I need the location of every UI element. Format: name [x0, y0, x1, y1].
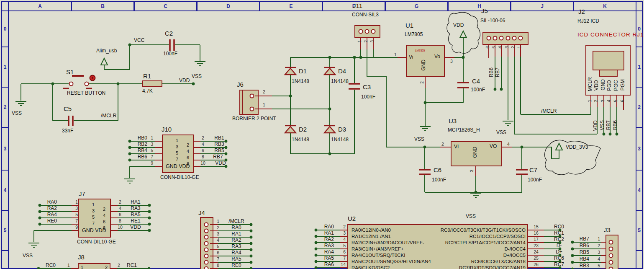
j7-ref: J7 — [79, 191, 85, 197]
u2-net: RA3 — [309, 243, 334, 248]
j10-pin: 4 — [200, 142, 206, 147]
j7-inner-pin: 5 — [92, 215, 95, 220]
j4-pin: 4 — [213, 238, 219, 243]
u2-pin-name: RA2/C2IN+/AN2/DACOUT/VREF- — [352, 240, 424, 245]
j7-net: RA2 — [41, 206, 57, 211]
u1-pin-num: 2 — [420, 81, 424, 84]
j11-value: CONN-SIL3 — [352, 12, 379, 18]
j4-net: /MCLR — [224, 219, 249, 224]
j3-pin: 3 — [594, 250, 600, 255]
j4-net: RA2 — [224, 238, 249, 243]
c7-ref: C7 — [529, 167, 537, 173]
j2-pin-num: 5 — [613, 100, 618, 102]
j4-pin: 3 — [213, 232, 219, 236]
j2-pin-name: MCLR — [588, 77, 593, 91]
u2-pin-num: 16 — [530, 231, 542, 235]
c5-value: 33nF — [62, 128, 73, 134]
u2-pin-name: RC1/IOCC1/CCP2/SOSCI — [422, 234, 526, 239]
j10-pin: 3 — [148, 142, 153, 147]
j6-pin: 2 — [263, 90, 265, 94]
d3-ref: D3 — [338, 126, 346, 133]
j7-pin: 10 — [117, 225, 123, 230]
d3-value: 1N4148 — [331, 137, 349, 142]
j7-pin: 7 — [73, 219, 78, 223]
u2-net: RA6 — [309, 262, 334, 267]
j5-value: SIL-100-06 — [480, 18, 505, 23]
net-label-mclr: /MCLR — [541, 109, 557, 114]
j11-pin: 3 — [370, 40, 375, 43]
j4-pin: 6 — [213, 251, 219, 255]
j7-inner-pin: 4 — [103, 213, 105, 218]
u2-pin-name: RC2/CTPLS/P1A/CCP1/IOCC2/AN14 — [422, 240, 526, 245]
j10-net: RB7 — [209, 154, 227, 160]
u2-net: RA1 — [309, 230, 334, 236]
c6-ref: C6 — [434, 167, 441, 173]
j5-pin: 1 — [517, 46, 522, 49]
c4-value: 100nF — [471, 87, 485, 93]
push-button-actuator[interactable] — [89, 74, 96, 82]
u2-pin-num: 7 — [335, 256, 346, 261]
j8-pin: 2 — [118, 263, 120, 268]
j7-net: RE1 — [127, 218, 144, 224]
u2-pin-num: 2 — [335, 225, 346, 229]
j7-inner-pin: 2 — [103, 207, 105, 212]
j10-inner-gnd-vdd: GND VDD — [166, 164, 190, 169]
u2-pin-name: RC7/RX/DT/SDO/IOCC7/AN19 — [422, 265, 526, 269]
j2-pin-name: PGC — [613, 80, 619, 91]
j7-pin: 2 — [117, 200, 123, 204]
u2-net: RC0 — [548, 224, 570, 230]
j4-net: RE0 — [224, 263, 249, 268]
j7-inner-pin: 7 — [92, 221, 95, 226]
c3-value: 100nF — [361, 94, 375, 100]
r1-value: 4.7K — [142, 88, 153, 94]
u1-pin-num: 1 — [394, 52, 397, 57]
j10-pin: 6 — [200, 148, 206, 153]
j8-inner-pin: 1 — [81, 265, 83, 269]
u2-net: RA0 — [309, 224, 334, 230]
c2-value: 100nF — [163, 51, 177, 57]
j3-net: RB6 — [576, 243, 589, 248]
j10-pin: 2 — [200, 136, 206, 140]
j5-ref: J5 — [481, 8, 488, 14]
j3-ref: J3 — [604, 227, 611, 233]
u2-net: RC1 — [548, 230, 570, 236]
d2-value: 1N4148 — [292, 137, 309, 142]
j2-pin-num: 4 — [607, 100, 611, 102]
u3-pin-num: 3 — [470, 170, 474, 172]
j10-net: RB4 — [131, 148, 147, 153]
j10-net: RB1 — [210, 135, 228, 141]
j5-pin: 4 — [498, 46, 503, 49]
u2-pin-name: RA5/C2OUT/SRNQ/SS/HLVDIN/AN4 — [352, 259, 431, 264]
s1-ref: S1 — [66, 69, 74, 75]
u2-pin-name: RC6/IOCC6/TX/CK/AN18 — [422, 259, 526, 264]
j3-net: RB3 — [576, 263, 589, 269]
d2-ref: D2 — [299, 126, 307, 133]
j10-inner-pin: 2 — [187, 143, 189, 148]
j10-net: VDD — [212, 160, 229, 166]
u1-pin-num: 3 — [450, 59, 453, 64]
j2-pin-num: 2 — [594, 100, 598, 102]
net-label-vss: VSS — [414, 137, 424, 142]
j2-pin-name: PGD — [607, 80, 612, 91]
c6-value: 100nF — [432, 177, 446, 183]
j10-net: RB5 — [210, 148, 228, 153]
j10-pin9: 9 — [148, 161, 153, 166]
j11-pin: 1 — [357, 40, 362, 43]
u2-pin-num: 24 — [530, 250, 542, 254]
u1-inner-part: LM7805 — [415, 49, 425, 52]
u1-pin-gnd: GND — [421, 59, 426, 71]
j5-net-rb6: RB6 — [489, 67, 494, 77]
j2-net-label: VSS — [600, 120, 605, 130]
j4-pin: 7 — [213, 257, 219, 261]
j7-pin: 3 — [73, 206, 78, 211]
j10-inner-pin: 3 — [176, 145, 178, 150]
j6-ref: J6 — [237, 81, 244, 88]
j10-inner-pin: 4 — [187, 149, 189, 154]
j7-net: RA1 — [127, 199, 144, 205]
j7-inner-gnd-vdd: GND VDD — [82, 228, 106, 233]
net-label-vss: VSS — [192, 74, 202, 79]
j4-net: RA4 — [224, 250, 249, 256]
j10-pin: 1 — [148, 136, 153, 140]
u2-pin-name: RA1/C12IN1-/AN1 — [352, 234, 391, 239]
j5-pin: 6 — [485, 46, 490, 49]
